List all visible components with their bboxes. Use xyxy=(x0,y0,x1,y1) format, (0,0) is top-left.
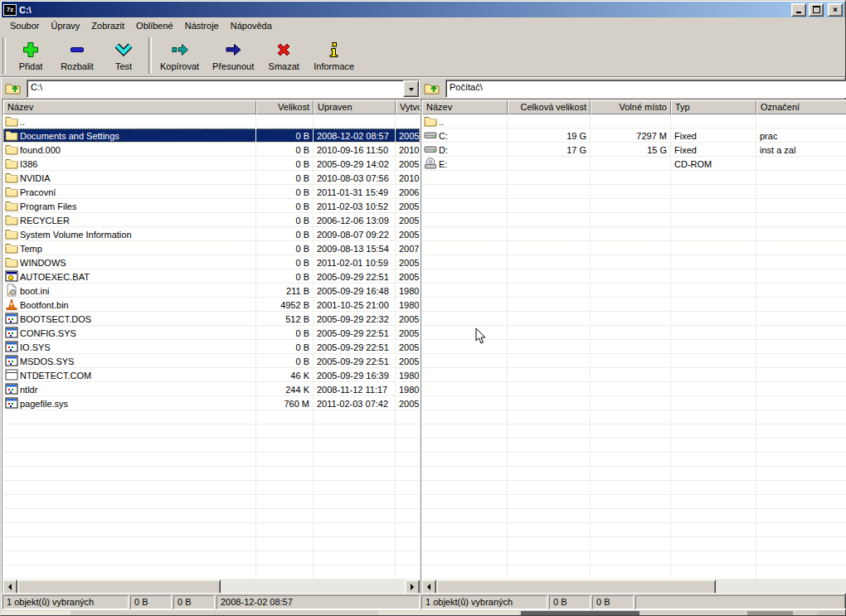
row-cell xyxy=(756,199,846,213)
table-row[interactable]: CONFIG.SYS0 B2005-09-29 22:512005 xyxy=(3,326,420,340)
table-row[interactable]: boot.ini211 B2005-09-29 16:481980 xyxy=(3,284,420,298)
column-header-4[interactable]: Vytvořen xyxy=(396,100,421,114)
toolbar-button-move-arrow[interactable]: Přesunout xyxy=(206,35,260,76)
table-row[interactable]: Temp0 B2009-08-13 15:542007 xyxy=(3,241,420,255)
table-row[interactable]: Program Files0 B2011-02-03 10:522005 xyxy=(3,199,420,213)
column-header-1[interactable]: Název xyxy=(422,100,508,114)
row-cell xyxy=(671,495,756,509)
row-cell xyxy=(508,269,591,284)
table-row[interactable]: E:CD-ROM xyxy=(422,157,846,171)
table-row[interactable]: .. xyxy=(422,114,846,129)
row-cell xyxy=(422,368,508,382)
row-cell xyxy=(591,396,671,410)
menu-item-upravy[interactable]: Úpravy xyxy=(45,19,85,32)
column-header-2[interactable]: Velikost xyxy=(256,100,314,114)
taskbar-button[interactable] xyxy=(378,611,519,615)
menu-item-napoveda[interactable]: Nápověda xyxy=(225,19,278,32)
row-cell xyxy=(314,114,396,129)
table-row[interactable]: .. xyxy=(3,114,420,129)
scroll-left-button[interactable] xyxy=(421,580,436,594)
row-cell xyxy=(671,199,756,213)
row-cell xyxy=(508,551,591,565)
file-name: NTDETECT.COM xyxy=(20,371,91,381)
row-cell xyxy=(314,509,396,523)
menu-item-zobrazit[interactable]: Zobrazit xyxy=(85,19,130,32)
menu-item-oblibene[interactable]: Oblíbené xyxy=(130,19,179,32)
folder-icon xyxy=(5,241,18,255)
column-header-1[interactable]: Název xyxy=(3,100,256,114)
minimize-button[interactable] xyxy=(791,3,806,17)
toolbar-button-add-plus[interactable]: Přidat xyxy=(7,35,54,76)
row-cell xyxy=(591,284,671,298)
table-row[interactable]: System Volume Information0 B2009-08-07 0… xyxy=(3,227,420,241)
table-row[interactable]: Bootfont.bin4952 B2001-10-25 21:001980 xyxy=(3,298,420,312)
table-row[interactable]: WINDOWS0 B2011-02-01 10:592005 xyxy=(3,255,420,269)
left-horizontal-scrollbar[interactable] xyxy=(2,580,420,593)
title-bar[interactable]: 7z C:\ × xyxy=(2,2,844,17)
taskbar-button[interactable] xyxy=(818,611,845,615)
taskbar-button[interactable] xyxy=(1,611,70,615)
left-folder-up-button[interactable] xyxy=(2,80,24,98)
row-cell xyxy=(396,523,420,537)
right-horizontal-scrollbar[interactable] xyxy=(421,580,846,593)
toolbar-button-extract-minus[interactable]: Rozbalit xyxy=(54,35,100,76)
row-cell xyxy=(396,565,420,580)
row-cell: 2005 xyxy=(396,213,420,227)
toolbar-button-test-check[interactable]: Test xyxy=(100,35,147,76)
taskbar-button-active[interactable] xyxy=(521,611,639,615)
scroll-track[interactable] xyxy=(716,580,846,593)
left-combo-dropdown-button[interactable] xyxy=(403,80,419,97)
row-cell xyxy=(591,439,671,453)
column-header-3[interactable]: Volné místo xyxy=(591,100,671,114)
taskbar-button[interactable] xyxy=(747,611,793,615)
row-cell xyxy=(314,410,396,424)
column-header-2[interactable]: Celková velikost xyxy=(508,100,591,114)
table-row[interactable]: C:19 G7297 MFixedprac xyxy=(422,129,846,143)
row-cell xyxy=(756,114,846,129)
scroll-left-button[interactable] xyxy=(2,580,17,594)
column-header-4[interactable]: Typ xyxy=(671,100,756,114)
toolbar-button-delete-x[interactable]: Smazat xyxy=(260,35,307,76)
column-header-5[interactable]: Označení xyxy=(756,100,846,114)
close-button[interactable]: × xyxy=(828,3,843,17)
file-name: I386 xyxy=(20,159,37,169)
scroll-track[interactable] xyxy=(221,580,405,593)
scroll-thumb[interactable] xyxy=(17,580,221,594)
table-row[interactable]: AUTOEXEC.BAT0 B2005-09-29 22:512005 xyxy=(3,269,420,284)
toolbar-button-copy-arrow[interactable]: Kopírovat xyxy=(153,35,206,76)
table-row[interactable]: IO.SYS0 B2005-09-29 22:512005 xyxy=(3,340,420,354)
status-segment-3: 0 B xyxy=(592,595,634,609)
row-cell xyxy=(508,509,591,523)
table-row[interactable]: BOOTSECT.DOS512 B2005-09-29 22:322005 xyxy=(3,312,420,326)
right-folder-up-button[interactable] xyxy=(421,80,443,98)
row-cell xyxy=(256,551,314,565)
menu-item-nastroje[interactable]: Nástroje xyxy=(179,19,225,32)
table-row[interactable]: ntldr244 K2008-11-12 11:171980 xyxy=(3,382,420,396)
scroll-right-button[interactable] xyxy=(405,580,420,594)
left-path-combobox[interactable]: C:\ xyxy=(27,80,420,98)
row-cell xyxy=(591,114,671,129)
scroll-thumb[interactable] xyxy=(436,580,716,594)
table-row[interactable]: MSDOS.SYS0 B2005-09-29 22:512005 xyxy=(3,354,420,368)
menu-item-soubor[interactable]: Soubor xyxy=(4,19,45,32)
file-name: CONFIG.SYS xyxy=(20,328,76,338)
right-path-combobox[interactable]: Počítač\ xyxy=(445,80,846,98)
column-header-3[interactable]: Upraven xyxy=(314,100,396,114)
table-row-empty xyxy=(422,509,846,523)
table-row[interactable]: found.0000 B2010-09-16 11:502010 xyxy=(3,143,420,157)
table-row[interactable]: pagefile.sys760 M2011-02-03 07:422005 xyxy=(3,396,420,410)
row-cell xyxy=(671,340,756,354)
table-row[interactable]: Documents and Settings0 B2008-12-02 08:5… xyxy=(3,129,420,143)
table-row[interactable]: D:17 G15 GFixedinst a zal xyxy=(422,143,846,157)
table-row[interactable]: Pracovní0 B2011-01-31 15:492006 xyxy=(3,185,420,199)
toolbar-button-info[interactable]: Informace xyxy=(307,35,361,76)
row-cell: Fixed xyxy=(671,129,756,143)
table-row[interactable]: NTDETECT.COM46 K2005-09-29 16:391980 xyxy=(3,368,420,382)
maximize-button[interactable] xyxy=(809,3,824,17)
table-row[interactable]: RECYCLER0 B2006-12-06 13:092005 xyxy=(3,213,420,227)
row-cell xyxy=(591,227,671,241)
status-segment-4: 2008-12-02 08:57 xyxy=(216,595,420,609)
app-window: 7z C:\ × SouborÚpravyZobrazitOblíbenéNás… xyxy=(0,0,846,616)
table-row[interactable]: NVIDIA0 B2010-08-03 07:562010 xyxy=(3,171,420,185)
table-row[interactable]: I3860 B2005-09-29 14:022005 xyxy=(3,157,420,171)
